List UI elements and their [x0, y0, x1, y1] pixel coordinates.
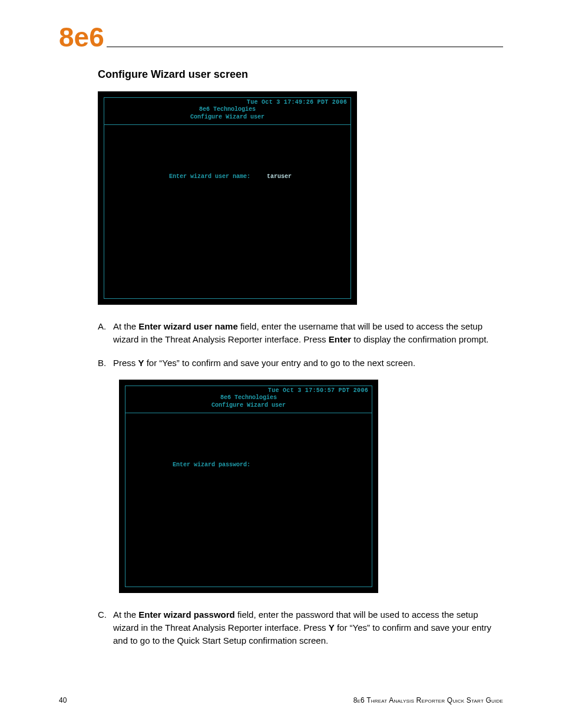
terminal-title-line1: 8e6 Technologies	[199, 106, 256, 113]
page-number: 40	[59, 696, 67, 704]
terminal-prompt-label: Enter wizard user name:	[169, 173, 250, 180]
terminal-title-line1: 8e6 Technologies	[220, 394, 277, 401]
page-header: 8e6	[59, 24, 503, 51]
terminal-frame: Tue Oct 3 17:50:57 PDT 2006 8e6 Technolo…	[125, 386, 372, 587]
terminal-divider	[125, 413, 372, 413]
section-heading: Configure Wizard user screen	[98, 68, 503, 81]
page-footer: 40 8e6 Threat Analysis Reporter Quick St…	[59, 696, 503, 704]
footer-title-prefix: 8e6	[353, 696, 365, 704]
terminal-title: 8e6 Technologies Configure Wizard user	[125, 394, 372, 411]
terminal-prompt-row: Enter wizard password:	[125, 462, 372, 468]
terminal-prompt-row: Enter wizard user name: taruser	[104, 173, 351, 180]
terminal-title-line2: Configure Wizard user	[211, 402, 286, 409]
content-area: Configure Wizard user screen Tue Oct 3 1…	[59, 68, 503, 647]
terminal-title: 8e6 Technologies Configure Wizard user	[104, 106, 351, 123]
footer-title: 8e6 Threat Analysis Reporter Quick Start…	[353, 696, 503, 704]
step-item: A.At the Enter wizard user name field, e…	[98, 320, 503, 346]
step-item: C.At the Enter wizard password field, en…	[98, 608, 503, 647]
terminal-screenshot-password: Tue Oct 3 17:50:57 PDT 2006 8e6 Technolo…	[119, 380, 378, 593]
step-list-ab: A.At the Enter wizard user name field, e…	[98, 320, 503, 369]
terminal-divider	[104, 124, 351, 125]
step-letter: C.	[98, 608, 113, 647]
step-letter: A.	[98, 320, 113, 346]
step-body: At the Enter wizard password field, ente…	[113, 608, 503, 647]
terminal-screenshot-username: Tue Oct 3 17:49:26 PDT 2006 8e6 Technolo…	[98, 91, 357, 305]
terminal-prompt-label: Enter wizard password:	[173, 462, 250, 468]
terminal-prompt-value: taruser	[267, 173, 292, 180]
header-rule	[107, 47, 503, 47]
footer-title-rest: Threat Analysis Reporter Quick Start Gui…	[365, 696, 503, 704]
terminal-frame: Tue Oct 3 17:49:26 PDT 2006 8e6 Technolo…	[104, 97, 351, 299]
terminal-timestamp: Tue Oct 3 17:50:57 PDT 2006	[125, 386, 372, 394]
terminal-title-line2: Configure Wizard user	[190, 114, 265, 120]
brand-logo: 8e6	[59, 24, 104, 51]
step-body: At the Enter wizard user name field, ent…	[113, 320, 503, 346]
step-letter: B.	[98, 357, 113, 370]
step-list-c: C.At the Enter wizard password field, en…	[98, 608, 503, 647]
terminal-timestamp: Tue Oct 3 17:49:26 PDT 2006	[104, 98, 351, 106]
step-body: Press Y for “Yes” to confirm and save yo…	[113, 357, 503, 370]
step-item: B.Press Y for “Yes” to confirm and save …	[98, 357, 503, 370]
